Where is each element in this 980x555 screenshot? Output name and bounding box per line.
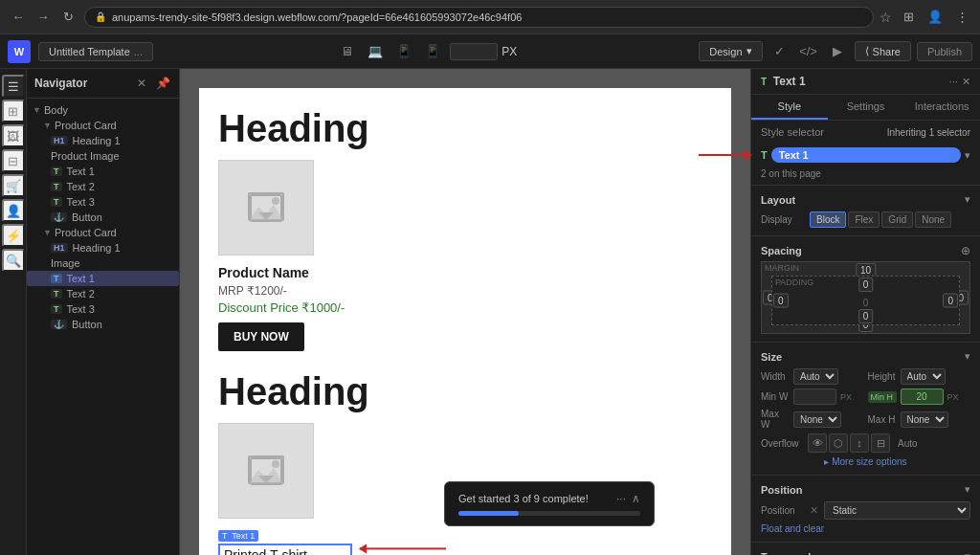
spacing-plus-icon[interactable]: ⊕	[961, 244, 970, 257]
users-icon[interactable]: 👤	[2, 199, 25, 222]
refresh-button[interactable]: ↻	[57, 7, 78, 28]
size-wh-row: Width Autopx% Height Autopx%	[761, 368, 970, 385]
card1-product-name: Product Name	[218, 265, 712, 280]
nav-item-text3-1[interactable]: T Text 3	[27, 194, 179, 210]
address-bar[interactable]: 🔒 anupams-trendy-site-5f98f3.design.webf…	[84, 7, 874, 28]
display-flex-button[interactable]: Flex	[848, 211, 880, 228]
nav-item-label: Text 2	[67, 181, 95, 192]
nav-item-heading1-2[interactable]: H1 Heading 1	[27, 240, 179, 255]
height-select[interactable]: Autopx%	[901, 368, 946, 385]
publish-button[interactable]: Publish	[917, 42, 972, 61]
mobile-portrait-button[interactable]: 📱	[421, 40, 444, 63]
padding-top-value[interactable]: 0	[858, 278, 874, 292]
search-icon[interactable]: 🔍	[2, 249, 25, 272]
tablet-view-button[interactable]: 💻	[364, 40, 387, 63]
back-button[interactable]: ←	[8, 7, 29, 28]
type-badge: T	[51, 274, 62, 283]
layout-toggle-icon[interactable]: ▾	[965, 193, 970, 206]
typography-toggle-icon[interactable]: ▾	[965, 550, 970, 555]
padding-right-value[interactable]: 0	[943, 294, 958, 308]
navigator-close-button[interactable]: ✕	[133, 75, 150, 92]
profile-button[interactable]: 👤	[924, 7, 946, 28]
overflow-hidden-button[interactable]: ⬡	[829, 433, 848, 453]
nav-item-text1-1[interactable]: T Text 1	[27, 164, 179, 179]
max-w-label: Max W	[761, 409, 790, 430]
extensions-button[interactable]: ⊞	[898, 7, 919, 28]
nav-item-label: Button	[72, 319, 102, 330]
max-w-select[interactable]: Nonepx	[793, 411, 841, 428]
nav-item-body[interactable]: ▼ Body	[27, 102, 179, 118]
nav-item-button-1[interactable]: ⚓ Button	[27, 210, 179, 225]
card1-price-original: MRP ₹1200/-	[218, 284, 712, 298]
product-name-input[interactable]	[218, 544, 352, 555]
float-and-clear-link[interactable]: Float and clear	[761, 523, 970, 534]
tab-settings[interactable]: Settings	[828, 95, 904, 120]
menu-button[interactable]: ⋮	[951, 7, 972, 28]
nav-item-product-image[interactable]: Product Image	[27, 148, 179, 164]
max-h-select[interactable]: Nonepx	[901, 411, 948, 428]
navigator-pin-button[interactable]: 📌	[154, 75, 171, 92]
nav-item-product-card-2[interactable]: ▼ Product Card	[27, 225, 179, 240]
canvas-area[interactable]: Heading Product Name MRP ₹1200/- Discoun…	[180, 69, 750, 555]
layout-section: Layout ▾ Display Block Flex Grid None	[751, 186, 980, 236]
display-none-button[interactable]: None	[915, 211, 951, 228]
tab-style[interactable]: Style	[751, 95, 828, 120]
padding-bottom-value[interactable]: 0	[858, 309, 874, 323]
canvas-width-input[interactable]: 1070	[450, 43, 498, 60]
position-select[interactable]: StaticRelativeAbsoluteFixed	[824, 501, 970, 520]
browser-chrome: ← → ↻ 🔒 anupams-trendy-site-5f98f3.desig…	[0, 0, 980, 34]
nav-item-product-card-1[interactable]: ▼ Product Card	[27, 118, 179, 133]
code-button[interactable]: </>	[797, 40, 820, 63]
text1-badge: T Text 1	[218, 530, 258, 542]
position-toggle-icon[interactable]: ▾	[965, 483, 970, 496]
navigator-icon[interactable]: ☰	[2, 75, 25, 98]
nav-item-text2-1[interactable]: T Text 2	[27, 179, 179, 194]
tab-interactions[interactable]: Interactions	[903, 95, 980, 120]
cms-icon[interactable]: ⊟	[2, 149, 25, 172]
nav-item-text1-2[interactable]: T Text 1	[27, 271, 179, 286]
width-select[interactable]: Autopx%	[793, 368, 838, 385]
toast-close-button[interactable]: ∧	[632, 492, 640, 505]
overflow-auto-button[interactable]: ⊟	[871, 433, 890, 453]
webflow-tab[interactable]: Untitled Template ...	[38, 42, 153, 61]
size-toggle-icon[interactable]: ▾	[965, 350, 970, 363]
size-section: Size ▾ Width Autopx% Height Autopx%	[751, 343, 980, 476]
nav-item-image-2[interactable]: Image	[27, 255, 179, 271]
overflow-label: Overflow	[761, 438, 804, 449]
selector-pill[interactable]: Text 1	[771, 147, 961, 163]
nav-item-label: Heading 1	[73, 135, 121, 146]
share-button[interactable]: ⟨ Share	[855, 41, 911, 61]
forward-button[interactable]: →	[33, 7, 54, 28]
overflow-scroll-button[interactable]: ↕	[850, 433, 869, 453]
min-w-input[interactable]: 0	[793, 388, 836, 405]
check-button[interactable]: ✓	[768, 40, 791, 63]
desktop-view-button[interactable]: 🖥	[335, 40, 358, 63]
nav-item-button-2[interactable]: ⚓ Button	[27, 317, 179, 332]
display-grid-button[interactable]: Grid	[881, 211, 913, 228]
components-icon[interactable]: ⊞	[2, 100, 25, 122]
panel-dots-button[interactable]: ···	[949, 76, 958, 88]
nav-item-heading1-1[interactable]: H1 Heading 1	[27, 133, 179, 148]
nav-item-text2-2[interactable]: T Text 2	[27, 286, 179, 301]
design-mode-button[interactable]: Design ▾	[699, 41, 762, 61]
size-minmax-row: Min W 0 PX Min H 20 PX	[761, 388, 970, 405]
bookmark-button[interactable]: ☆	[880, 10, 892, 25]
more-size-options-link[interactable]: ▸ More size options	[761, 456, 970, 467]
overflow-visible-button[interactable]: 👁	[808, 433, 827, 453]
assets-icon[interactable]: 🖼	[2, 124, 25, 147]
share-icon: ⟨	[865, 45, 869, 57]
logic-icon[interactable]: ⚡	[2, 224, 25, 247]
ecommerce-icon[interactable]: 🛒	[2, 174, 25, 197]
toast-dots-button[interactable]: ···	[616, 492, 626, 505]
tab-dots[interactable]: ...	[134, 46, 143, 57]
min-h-input[interactable]: 20	[901, 388, 944, 405]
mobile-landscape-button[interactable]: 📱	[392, 40, 415, 63]
card1-buy-button[interactable]: BUY NOW	[218, 322, 304, 351]
preview-button[interactable]: ▶	[826, 40, 849, 63]
nav-item-text3-2[interactable]: T Text 3	[27, 301, 179, 317]
product-card-1: Heading Product Name MRP ₹1200/- Discoun…	[218, 107, 712, 351]
padding-left-value[interactable]: 0	[773, 294, 789, 308]
panel-close-button[interactable]: ✕	[962, 76, 970, 88]
inherit-label: Inheriting 1 selector	[887, 127, 970, 138]
display-block-button[interactable]: Block	[810, 211, 846, 228]
